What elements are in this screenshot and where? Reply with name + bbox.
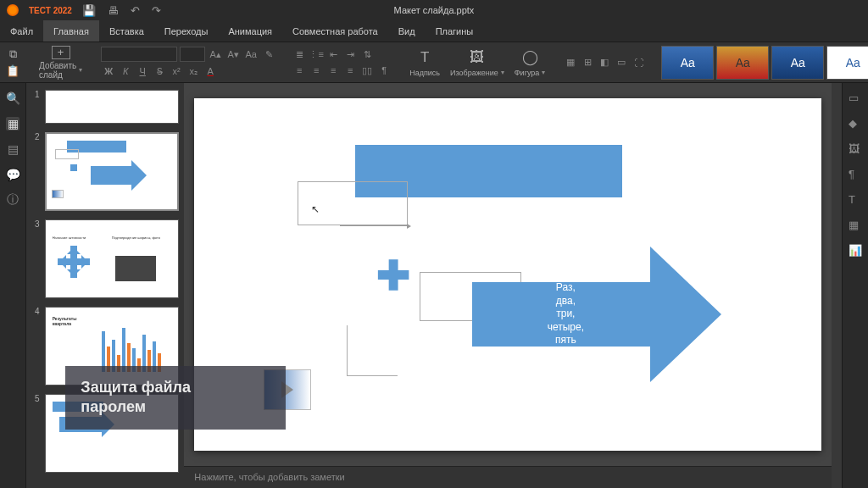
thumb-canvas: Название активности Подтверждение ширины… (45, 219, 180, 298)
redo-icon[interactable]: ↷ (152, 4, 161, 17)
chevron-down-icon: ▾ (501, 69, 504, 76)
menu-plugins[interactable]: Плагины (426, 20, 484, 42)
thumb-canvas (45, 132, 180, 211)
connector-arrow-icon[interactable] (340, 225, 408, 226)
shape-button[interactable]: ◯ Фигура▾ (512, 48, 548, 77)
theme-thumb-2[interactable]: Aa (716, 46, 769, 80)
strike-icon[interactable]: S̶ (152, 64, 167, 78)
slides-view-icon[interactable]: ▦ (6, 117, 19, 130)
shape-block-arrow[interactable]: Раз, два, три, четыре, пять (472, 247, 726, 382)
align-objects-icon[interactable]: ⊞ (580, 56, 595, 69)
change-slide-icon[interactable]: ▭ (614, 56, 629, 69)
justify-icon[interactable]: ≡ (342, 64, 358, 77)
image-settings-icon[interactable]: 🖼 (849, 142, 862, 156)
shape-fill-icon[interactable]: ◧ (597, 56, 612, 69)
font-family-select[interactable] (101, 47, 177, 62)
paste-icon[interactable]: 📋 (5, 64, 20, 78)
slide-thumb-3[interactable]: 3 Название активности Подтверждение шири… (31, 219, 179, 298)
image-icon: 🖼 (470, 48, 484, 67)
increase-font-icon[interactable]: A▴ (208, 47, 223, 61)
add-slide-button[interactable]: + Добавить слайд▾ (36, 44, 86, 81)
thumb-canvas (45, 90, 180, 124)
shape-settings-icon[interactable]: ◆ (849, 117, 862, 130)
add-slide-label: Добавить слайд (39, 61, 76, 80)
text-settings-icon[interactable]: T (849, 193, 862, 207)
increase-indent-icon[interactable]: ⇥ (342, 47, 358, 61)
align-center-icon[interactable]: ≡ (309, 64, 324, 77)
change-case-icon[interactable]: Aa (243, 47, 259, 61)
chart-settings-icon[interactable]: 📊 (849, 244, 862, 258)
copy-icon[interactable]: ⧉ (5, 47, 20, 61)
notes-placeholder: Нажмите, чтобы добавить заметки (194, 472, 344, 482)
slide-settings-icon[interactable]: ▭ (849, 92, 862, 105)
title-bar: ТЕСТ 2022 💾 🖶 ↶ ↷ Макет слайда.pptx (0, 0, 868, 20)
left-toolbar: 🔍 ▦ ▤ 💬 ⓘ (0, 83, 26, 488)
decrease-font-icon[interactable]: A▾ (225, 47, 241, 61)
font-color-icon[interactable]: A (203, 64, 218, 78)
chevron-down-icon: ▾ (542, 69, 545, 76)
shape-icon: ◯ (522, 48, 538, 67)
vertical-scrollbar[interactable] (832, 83, 842, 488)
theme-gallery: Aa Aa Aa Aa (661, 46, 868, 80)
shape-frame-3[interactable] (347, 325, 398, 376)
theme-thumb-4[interactable]: Aa (826, 46, 868, 80)
slide-size-icon[interactable]: ⛶ (631, 56, 646, 69)
notes-pane[interactable]: Нажмите, чтобы добавить заметки (184, 466, 832, 488)
arrange-icon[interactable]: ▦ (563, 56, 578, 69)
insert-special-icon[interactable]: ¶ (376, 64, 392, 77)
image-label: Изображение (450, 69, 498, 77)
menu-file[interactable]: Файл (0, 20, 43, 42)
image-button[interactable]: 🖼 Изображение▾ (448, 48, 507, 77)
align-right-icon[interactable]: ≡ (326, 64, 341, 77)
menu-bar: Файл Главная Вставка Переходы Анимация С… (0, 20, 868, 42)
menu-view[interactable]: Вид (388, 20, 426, 42)
plus-icon: + (52, 46, 70, 59)
line-spacing-icon[interactable]: ⇅ (359, 47, 375, 61)
menu-home[interactable]: Главная (43, 20, 99, 42)
comments-icon[interactable]: ▤ (6, 142, 19, 156)
menu-animation[interactable]: Анимация (218, 20, 282, 42)
highlight-color-icon[interactable]: ✎ (261, 47, 276, 61)
paragraph-settings-icon[interactable]: ¶ (849, 168, 862, 181)
chevron-down-icon: ▾ (79, 66, 82, 74)
textbox-button[interactable]: T Надпись (407, 48, 442, 77)
slide-canvas[interactable]: ✚ Раз, два, три, четыре, пять (194, 98, 821, 451)
font-size-select[interactable] (180, 47, 205, 62)
undo-icon[interactable]: ↶ (131, 4, 140, 17)
theme-thumb-1[interactable]: Aa (661, 46, 714, 80)
table-settings-icon[interactable]: ▦ (849, 219, 862, 232)
print-icon[interactable]: 🖶 (108, 4, 119, 17)
slide-thumb-1[interactable]: 1 (31, 90, 179, 124)
menu-collab[interactable]: Совместная работа (282, 20, 388, 42)
save-icon[interactable]: 💾 (82, 4, 96, 17)
subscript-icon[interactable]: x₂ (186, 64, 201, 78)
italic-icon[interactable]: К (118, 64, 133, 78)
superscript-icon[interactable]: x² (169, 64, 184, 78)
menu-insert[interactable]: Вставка (99, 20, 154, 42)
overlay-caption: Защита файлапаролем (65, 366, 286, 430)
search-icon[interactable]: 🔍 (6, 92, 19, 105)
ribbon: ⧉ 📋 + Добавить слайд▾ A▴ A▾ Aa ✎ Ж К Ч S… (0, 42, 868, 83)
cursor-icon: ↖ (311, 203, 320, 215)
app-brand: ТЕСТ 2022 (29, 6, 72, 15)
workspace: 🔍 ▦ ▤ 💬 ⓘ 1 2 3 Назв (0, 83, 868, 488)
document-title: Макет слайда.pptx (394, 5, 475, 15)
numbering-icon[interactable]: ⋮≡ (309, 47, 324, 61)
feedback-icon[interactable]: ⓘ (6, 193, 19, 207)
textbox-label: Надпись (409, 69, 440, 77)
columns-icon[interactable]: ▯▯ (359, 64, 375, 77)
underline-icon[interactable]: Ч (135, 64, 150, 78)
theme-thumb-3[interactable]: Aa (771, 46, 824, 80)
menu-transitions[interactable]: Переходы (154, 20, 219, 42)
align-left-icon[interactable]: ≡ (292, 64, 307, 77)
slide-thumb-2[interactable]: 2 (31, 132, 179, 211)
chat-icon[interactable]: 💬 (6, 168, 19, 181)
bold-icon[interactable]: Ж (101, 64, 116, 78)
arrow-text: Раз, два, три, четыре, пять (438, 281, 693, 347)
shape-plus[interactable]: ✚ (376, 256, 410, 297)
right-toolbar: ▭ ◆ 🖼 ¶ T ▦ 📊 (842, 83, 868, 488)
bullets-icon[interactable]: ≣ (292, 47, 307, 61)
decrease-indent-icon[interactable]: ⇤ (326, 47, 341, 61)
textbox-icon: T (420, 48, 429, 67)
quick-access-toolbar: 💾 🖶 ↶ ↷ (82, 4, 161, 17)
